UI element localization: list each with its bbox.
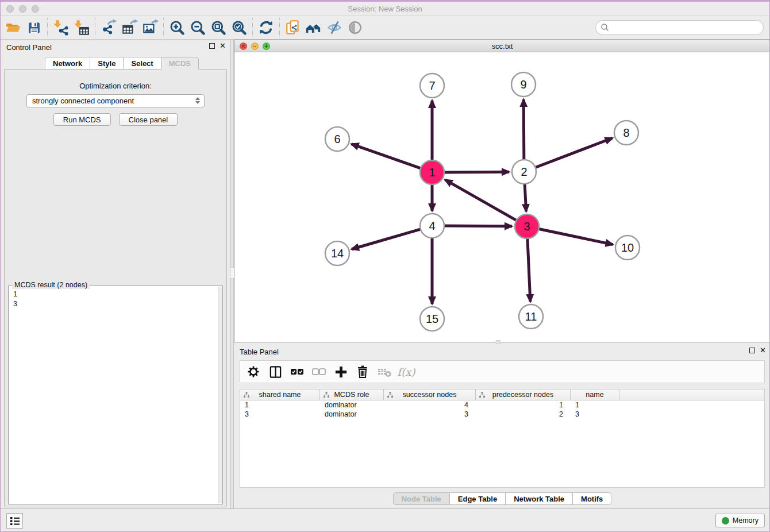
show-columns-button[interactable]: [267, 363, 284, 380]
graph-node-label: 11: [525, 310, 537, 323]
table-cell[interactable]: 3: [384, 410, 476, 419]
memory-button[interactable]: Memory: [715, 514, 765, 527]
copy-network-button[interactable]: [283, 17, 303, 38]
table-cell[interactable]: dominator: [320, 410, 384, 419]
close-panel-button[interactable]: Close panel: [119, 113, 178, 126]
graph-edge-1-6[interactable]: [352, 144, 422, 169]
zoom-in-button[interactable]: [167, 17, 187, 38]
close-table-panel-icon[interactable]: ✕: [760, 347, 766, 354]
zoom-fit-button[interactable]: [208, 17, 229, 38]
delete-table-button[interactable]: [376, 363, 393, 380]
mcds-result-box: MCDS result (2 nodes) 13: [8, 286, 223, 504]
open-session-button[interactable]: [3, 17, 24, 38]
network-resize-grip[interactable]: [496, 340, 500, 344]
task-history-button[interactable]: [6, 513, 23, 529]
graph-edge-2-8[interactable]: [534, 138, 613, 168]
tab-style[interactable]: Style: [90, 57, 124, 70]
mcds-result-lines[interactable]: 13: [9, 287, 217, 504]
table-row[interactable]: 1dominator411: [240, 400, 764, 410]
graph-edge-2-9[interactable]: [523, 99, 524, 161]
table-cell[interactable]: 1: [240, 400, 320, 410]
export-network-button[interactable]: [98, 17, 119, 38]
graph-node-2[interactable]: 2: [512, 160, 536, 184]
save-session-button[interactable]: [24, 17, 44, 38]
run-mcds-button[interactable]: Run MCDS: [53, 113, 111, 126]
network-graph[interactable]: 1234678910111415: [234, 52, 770, 342]
table-row[interactable]: 3dominator323: [240, 410, 764, 419]
function-builder-button[interactable]: f(x): [398, 363, 415, 380]
add-row-button[interactable]: [332, 363, 349, 380]
import-table-button[interactable]: [71, 17, 92, 38]
tab-edge-table[interactable]: Edge Table: [450, 492, 506, 505]
table-cell[interactable]: 1: [476, 400, 571, 410]
optimization-criterion-select[interactable]: strongly connected component: [26, 94, 205, 107]
zoom-out-button[interactable]: [187, 17, 208, 38]
search-field[interactable]: [595, 20, 764, 35]
graph-edge-2-3[interactable]: [525, 183, 526, 211]
first-neighbors-button[interactable]: [303, 17, 324, 38]
graph-node-3[interactable]: 3: [515, 214, 539, 238]
graph-edge-3-10[interactable]: [538, 229, 613, 245]
tab-mcds[interactable]: MCDS: [161, 57, 199, 70]
table-cell[interactable]: 1: [571, 400, 619, 410]
graph-node-7[interactable]: 7: [420, 74, 444, 98]
tab-motifs[interactable]: Motifs: [573, 492, 611, 505]
graph-node-4[interactable]: 4: [420, 214, 444, 238]
mcds-result-line: 1: [13, 290, 212, 299]
graph-edge-4-3[interactable]: [443, 226, 512, 226]
network-window-title: scc.txt: [234, 42, 770, 51]
column-header-predecessor-nodes[interactable]: predecessor nodes: [476, 390, 571, 400]
open-folder-icon: [5, 20, 21, 36]
list-icon: [9, 515, 21, 527]
zoom-selected-button[interactable]: [229, 17, 249, 38]
delete-row-button[interactable]: [354, 363, 371, 380]
search-input[interactable]: [610, 24, 763, 32]
zoom-out-icon: [190, 20, 206, 36]
table-cell[interactable]: 2: [476, 410, 571, 419]
deselect-all-rows-button[interactable]: [310, 363, 328, 380]
table-cell[interactable]: 4: [384, 400, 476, 410]
graph-node-label: 4: [429, 219, 435, 232]
hide-selected-button[interactable]: [324, 17, 345, 38]
close-panel-icon[interactable]: ✕: [220, 43, 226, 49]
tab-node-table[interactable]: Node Table: [393, 492, 450, 505]
graph-edge-1-2[interactable]: [443, 172, 509, 172]
import-network-button[interactable]: [51, 17, 71, 38]
export-image-icon: [141, 19, 159, 36]
graph-node-label: 1: [429, 166, 435, 179]
graph-node-15[interactable]: 15: [420, 307, 444, 331]
mcds-result-line: 3: [13, 299, 212, 309]
export-image-button[interactable]: [140, 17, 160, 38]
table-cell[interactable]: 3: [240, 410, 320, 419]
network-window-titlebar[interactable]: × − + scc.txt: [234, 40, 770, 52]
table-cell[interactable]: 3: [571, 410, 619, 419]
graph-node-6[interactable]: 6: [325, 127, 349, 151]
graph-node-label: 3: [523, 220, 530, 233]
graph-edge-4-14[interactable]: [352, 229, 422, 249]
tab-select[interactable]: Select: [124, 57, 161, 70]
graph-node-14[interactable]: 14: [325, 241, 349, 265]
graph-node-10[interactable]: 10: [615, 236, 640, 260]
column-header-successor-nodes[interactable]: successor nodes: [384, 390, 476, 400]
table-cell[interactable]: dominator: [320, 400, 384, 410]
float-panel-icon[interactable]: [209, 43, 215, 49]
export-table-button[interactable]: [119, 17, 140, 38]
apply-layout-button[interactable]: [256, 17, 276, 38]
result-scrollbar[interactable]: [218, 287, 222, 503]
graph-edge-3-11[interactable]: [528, 237, 530, 302]
float-table-panel-icon[interactable]: [749, 348, 755, 353]
table-settings-button[interactable]: [245, 363, 262, 380]
tab-network[interactable]: Network: [45, 57, 90, 70]
graph-node-8[interactable]: 8: [614, 121, 638, 145]
column-header-shared-name[interactable]: shared name: [240, 390, 320, 400]
tab-network-table[interactable]: Network Table: [506, 492, 573, 505]
column-header-mcds-role[interactable]: MCDS role: [320, 390, 384, 400]
graph-node-1[interactable]: 1: [420, 160, 444, 184]
column-header-name[interactable]: name: [571, 390, 619, 400]
show-all-button[interactable]: [345, 17, 365, 38]
graph-edge-3-1[interactable]: [445, 180, 518, 221]
graph-node-11[interactable]: 11: [519, 304, 543, 329]
graph-node-9[interactable]: 9: [511, 72, 536, 97]
select-all-rows-button[interactable]: [288, 363, 306, 380]
table-panel-header: Table Panel ✕: [234, 344, 770, 359]
